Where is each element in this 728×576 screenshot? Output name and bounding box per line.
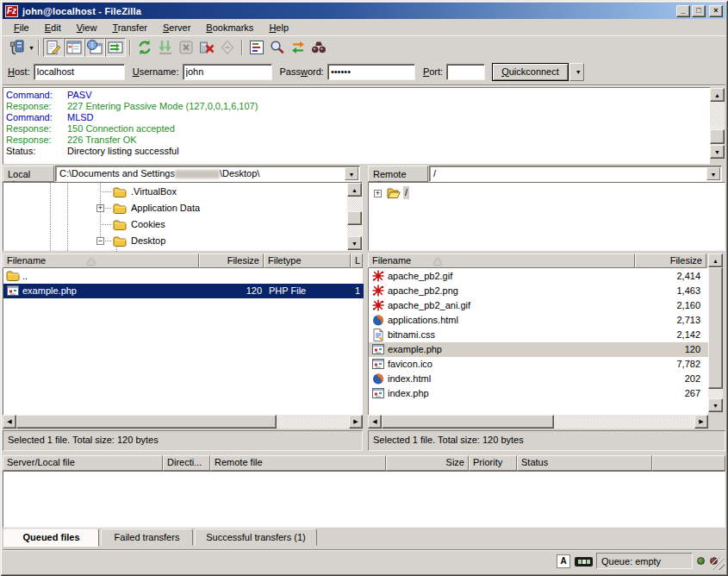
remote-file-row[interactable]: apache_pb2.png 1,463 [369,284,709,298]
menu-server[interactable]: Server [155,21,198,34]
site-manager-button[interactable] [7,38,28,57]
refresh-icon [136,39,153,56]
expand-icon[interactable]: + [374,190,382,197]
folder-icon [113,185,127,199]
queue-column-size[interactable]: Size [386,455,469,471]
collapse-icon[interactable]: − [96,237,104,245]
tab-failed-transfers[interactable]: Failed transfers [101,529,193,546]
remote-file-row[interactable]: apache_pb2.gif 2,414 [369,269,709,284]
remote-file-row[interactable]: favicon.ico 7,782 [369,357,709,372]
local-site-combo-dropdown[interactable]: ▼ [345,167,358,180]
local-column-filename[interactable]: Filename [3,254,199,268]
remote-hscroll-thumb[interactable] [382,415,554,429]
port-input[interactable] [446,64,485,80]
tab-queued-files[interactable]: Queued files [3,529,99,547]
tree-item-virtualbox[interactable]: .VirtualBox [129,185,178,198]
password-input[interactable] [327,64,415,80]
menu-bookmarks[interactable]: Bookmarks [198,21,261,34]
refresh-button[interactable] [134,38,155,57]
local-tree-scroll-thumb[interactable] [347,211,362,225]
remote-column-filesize[interactable]: Filesize [635,254,706,268]
remote-site-combo-dropdown[interactable]: ▼ [706,167,720,180]
filename-filters-button[interactable] [246,38,267,57]
resize-grip[interactable] [712,557,725,570]
remote-scroll-track[interactable] [708,389,723,398]
local-file-row-example-php[interactable]: example.php 120 PHP File 1 [3,284,364,298]
remote-site-combobox[interactable]: / [429,166,722,182]
disconnect-button[interactable] [196,38,217,57]
menu-help[interactable]: Help [261,21,296,34]
quickconnect-button[interactable]: Quickconnect [492,63,569,81]
local-column-last-modified[interactable]: L [351,254,363,268]
local-file-row-parent[interactable]: .. [3,269,364,284]
expand-icon[interactable]: + [96,204,104,212]
local-column-filetype[interactable]: Filetype [264,254,351,268]
remote-scroll-thumb[interactable] [708,267,723,389]
process-queue-button[interactable] [155,38,176,57]
maximize-button[interactable]: □ [692,5,706,17]
local-hscroll-thumb[interactable] [16,415,277,429]
remote-file-row[interactable]: bitnami.css 2,142 [369,328,709,342]
html-file-icon [371,372,385,385]
remote-hscroll-right[interactable]: ▶ [694,415,708,429]
icon-file-icon [371,357,385,371]
folder-icon [113,235,127,248]
tree-item-root[interactable]: / [403,186,409,199]
local-column-filesize[interactable]: Filesize [199,254,264,268]
queue-column-server-local-file[interactable]: Server/Local file [3,455,163,471]
remote-scroll-up[interactable]: ▲ [708,254,723,267]
local-hscroll-right[interactable]: ▶ [349,415,363,429]
menu-transfer[interactable]: Transfer [104,21,155,34]
queue-column-direction[interactable]: Directi... [163,455,210,471]
site-manager-dropdown[interactable]: ▼ [28,45,34,51]
toggle-queue-button[interactable] [105,38,126,57]
log-scroll-down[interactable]: ▼ [710,145,725,159]
status-badge-icon[interactable] [575,557,593,567]
quickconnect-dropdown[interactable]: ▼ [569,63,584,81]
menu-file[interactable]: File [6,21,37,34]
quickconnect-bar: Host: Username: Password: Port: Quickcon… [3,59,725,85]
remote-hscroll-left[interactable]: ◀ [368,415,382,429]
local-tree-scroll-down[interactable]: ▼ [347,236,362,250]
queue-column-status[interactable]: Status [517,455,652,471]
local-site-combobox[interactable]: C:\Documents and Settings\Desktop\ [55,166,360,182]
menu-edit[interactable]: Edit [37,21,69,34]
toggle-remote-tree-button[interactable] [84,38,105,57]
tree-item-application-data[interactable]: Application Data [129,202,202,215]
tree-item-cookies[interactable]: Cookies [129,218,167,231]
local-tree-scroll-up[interactable]: ▲ [347,183,362,197]
local-site-label: Local site: [3,166,54,182]
close-button[interactable]: × [709,5,723,17]
image-file-icon [371,298,385,312]
tab-successful-transfers[interactable]: Successful transfers (1) [195,529,317,546]
username-input[interactable] [183,64,272,80]
cancel-operation-button[interactable] [176,38,196,57]
directory-comparison-icon [269,39,286,56]
abort-button[interactable] [217,38,238,57]
minimize-button[interactable]: _ [676,5,690,17]
remote-file-row-selected[interactable]: example.php 120 [369,342,709,357]
remote-column-filename[interactable]: Filename [368,254,635,268]
queue-column-priority[interactable]: Priority [469,455,517,471]
transfer-queue-list[interactable] [3,471,725,528]
remote-file-row[interactable]: index.html 202 [369,372,709,386]
local-hscroll-left[interactable]: ◀ [3,415,16,429]
directory-comparison-button[interactable] [267,38,288,57]
ascii-data-type-icon[interactable]: A [557,554,570,568]
toggle-local-tree-button[interactable] [64,38,84,57]
menu-view[interactable]: View [69,21,105,34]
toggle-message-log-button[interactable] [43,38,64,57]
find-files-button[interactable] [308,38,329,57]
synchronized-browsing-button[interactable] [288,38,308,57]
host-input[interactable] [34,64,125,80]
log-scroll-thumb[interactable] [710,129,725,144]
log-scroll-up[interactable]: ▲ [710,88,725,102]
remote-file-row[interactable]: index.php 267 [369,386,709,401]
remote-file-row[interactable]: applications.html 2,713 [369,313,709,328]
queue-column-empty [652,455,725,471]
filezilla-app-icon[interactable]: Fz [5,5,18,17]
remote-scroll-down[interactable]: ▼ [708,398,723,412]
tree-item-desktop[interactable]: Desktop [129,235,167,247]
remote-file-row[interactable]: apache_pb2_ani.gif 2,160 [369,298,709,313]
queue-column-remote-file[interactable]: Remote file [210,455,386,471]
